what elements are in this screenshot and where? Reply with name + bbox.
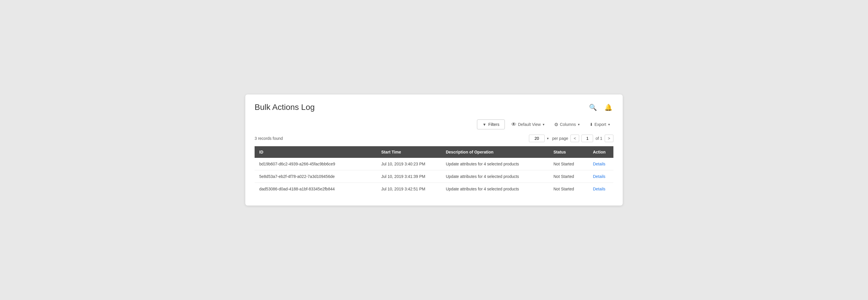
export-icon: ⬇	[590, 122, 593, 127]
column-header-id: ID	[255, 146, 376, 158]
header-actions: 🔍 🔔	[588, 103, 613, 112]
cell-description: Update attributes for 4 selected product…	[441, 183, 549, 195]
details-link[interactable]: Details	[593, 162, 605, 166]
cell-id: 5e8d53a7-eb2f-4f78-a022-7a3d109456de	[255, 170, 376, 183]
page-title: Bulk Actions Log	[255, 103, 315, 112]
next-page-button[interactable]: >	[605, 135, 613, 142]
pagination-controls: ▼ per page < of 1 >	[529, 135, 613, 142]
cell-action: Details	[588, 183, 613, 195]
per-page-label: per page	[552, 136, 568, 141]
page-number-input[interactable]	[582, 135, 593, 142]
table-body: bd19b607-d6c2-4939-a266-45fac9bb6ce9Jul …	[255, 158, 613, 195]
cell-start-time: Jul 10, 2019 3:41:39 PM	[376, 170, 441, 183]
search-icon: 🔍	[589, 104, 597, 111]
per-page-select: ▼ per page	[529, 135, 568, 142]
details-link[interactable]: Details	[593, 174, 605, 179]
cell-start-time: Jul 10, 2019 3:42:51 PM	[376, 183, 441, 195]
gear-icon: ⚙	[554, 122, 558, 127]
toolbar: ▼ Filters 👁 Default View ▼ ⚙ Columns ▼ ⬇…	[255, 119, 613, 129]
default-view-button[interactable]: 👁 Default View ▼	[508, 120, 548, 129]
details-link[interactable]: Details	[593, 187, 605, 191]
prev-page-button[interactable]: <	[570, 135, 579, 142]
per-page-input[interactable]	[529, 135, 545, 142]
chevron-down-icon: ▼	[542, 123, 545, 126]
column-header-start-time: Start Time	[376, 146, 441, 158]
cell-status: Not Started	[549, 170, 588, 183]
cell-id: dad53086-d0ad-4188-a1bf-83345e2fb844	[255, 183, 376, 195]
meta-row: 3 records found ▼ per page < of 1 >	[255, 135, 613, 142]
eye-icon: 👁	[511, 121, 517, 128]
table-row: dad53086-d0ad-4188-a1bf-83345e2fb844Jul …	[255, 183, 613, 195]
cell-description: Update attributes for 4 selected product…	[441, 170, 549, 183]
chevron-down-icon: ▼	[578, 123, 580, 126]
cell-description: Update attributes for 4 selected product…	[441, 158, 549, 170]
cell-status: Not Started	[549, 183, 588, 195]
total-pages-label: of 1	[595, 136, 602, 141]
cell-id: bd19b607-d6c2-4939-a266-45fac9bb6ce9	[255, 158, 376, 170]
bulk-actions-table: ID Start Time Description of Operation S…	[255, 146, 613, 195]
cell-action: Details	[588, 158, 613, 170]
filters-button[interactable]: ▼ Filters	[477, 119, 505, 129]
column-header-action: Action	[588, 146, 613, 158]
export-button[interactable]: ⬇ Export ▼	[587, 120, 613, 129]
bulk-actions-log-card: Bulk Actions Log 🔍 🔔 ▼ Filters 👁 Default…	[245, 94, 623, 206]
columns-button[interactable]: ⚙ Columns ▼	[551, 120, 583, 129]
table-header: ID Start Time Description of Operation S…	[255, 146, 613, 158]
filter-icon: ▼	[483, 122, 486, 127]
table-row: bd19b607-d6c2-4939-a266-45fac9bb6ce9Jul …	[255, 158, 613, 170]
column-header-status: Status	[549, 146, 588, 158]
cell-start-time: Jul 10, 2019 3:40:23 PM	[376, 158, 441, 170]
chevron-down-icon: ▼	[608, 123, 611, 126]
table-row: 5e8d53a7-eb2f-4f78-a022-7a3d109456deJul …	[255, 170, 613, 183]
per-page-dropdown-arrow: ▼	[546, 137, 549, 140]
page-header: Bulk Actions Log 🔍 🔔	[255, 103, 613, 112]
bell-icon: 🔔	[604, 104, 612, 111]
cell-action: Details	[588, 170, 613, 183]
records-count: 3 records found	[255, 136, 283, 141]
search-button[interactable]: 🔍	[588, 103, 598, 112]
column-header-description: Description of Operation	[441, 146, 549, 158]
cell-status: Not Started	[549, 158, 588, 170]
notifications-button[interactable]: 🔔	[603, 103, 613, 112]
